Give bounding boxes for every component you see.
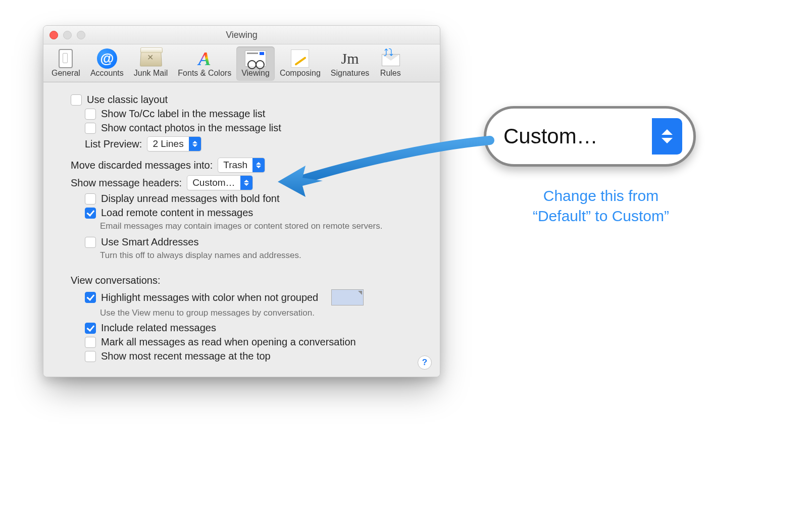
checkbox-include-related[interactable]: [85, 323, 96, 334]
checkbox-use-classic-layout[interactable]: [71, 94, 82, 106]
label-show-recent-top: Show most recent message at the top: [101, 350, 271, 362]
label-move-discarded: Move discarded messages into:: [71, 160, 213, 171]
annotation-text: Change this from “Default” to Custom”: [495, 186, 707, 226]
checkbox-show-recent-top[interactable]: [85, 351, 96, 362]
general-icon: [55, 48, 77, 69]
hint-highlight-color: Use the View menu to group messages by c…: [100, 308, 424, 318]
tab-composing[interactable]: Composing: [275, 46, 326, 81]
popup-value: 2 Lines: [147, 138, 188, 149]
popup-value: Trash: [218, 160, 252, 171]
row-show-to-cc: Show To/Cc label in the message list: [60, 108, 424, 120]
tab-fonts-colors[interactable]: A Fonts & Colors: [173, 46, 236, 81]
tab-label: Rules: [380, 69, 401, 78]
row-list-preview: List Preview: 2 Lines: [60, 136, 424, 151]
chevron-up-down-icon: [652, 118, 682, 155]
row-use-smart-addresses: Use Smart Addresses: [60, 236, 424, 248]
checkbox-mark-all-read[interactable]: [85, 337, 96, 348]
label-list-preview: List Preview:: [85, 138, 142, 150]
zoom-window-button[interactable]: [77, 31, 85, 39]
popup-show-message-headers[interactable]: Custom…: [187, 175, 252, 190]
section-view-conversations: View conversations:: [60, 275, 424, 286]
junk-mail-icon: [140, 48, 162, 69]
chevron-up-down-icon: [189, 137, 201, 151]
signatures-icon: Jm: [339, 48, 361, 69]
close-window-button[interactable]: [49, 31, 58, 39]
callout-value: Custom…: [503, 124, 652, 148]
label-use-smart-addresses: Use Smart Addresses: [101, 236, 198, 248]
help-button[interactable]: ?: [418, 355, 432, 370]
checkbox-show-contact-photos[interactable]: [85, 123, 96, 134]
row-highlight-color: Highlight messages with color when not g…: [60, 289, 424, 305]
color-well-highlight[interactable]: [331, 289, 364, 305]
tab-label: General: [52, 69, 80, 78]
row-show-message-headers: Show message headers: Custom…: [60, 175, 424, 190]
row-load-remote: Load remote content in messages: [60, 207, 424, 219]
checkbox-highlight-color[interactable]: [85, 292, 96, 303]
chevron-up-down-icon: [240, 176, 252, 190]
fonts-colors-icon: A: [193, 48, 216, 69]
label-display-unread-bold: Display unread messages with bold font: [101, 193, 280, 205]
popup-move-discarded[interactable]: Trash: [218, 158, 265, 173]
callout-zoom-popup: Custom…: [484, 106, 696, 167]
annotation-line1: Change this from: [495, 186, 707, 206]
rules-icon: ⤴︎⤵︎: [379, 48, 401, 69]
tab-signatures[interactable]: Jm Signatures: [326, 46, 375, 81]
chevron-up-down-icon: [252, 158, 265, 172]
row-display-unread-bold: Display unread messages with bold font: [60, 193, 424, 205]
mail-preferences-window: Viewing General @ Accounts Junk Mail A F…: [43, 25, 440, 377]
annotation-line2: “Default” to Custom”: [495, 206, 707, 226]
row-show-contact-photos: Show contact photos in the message list: [60, 122, 424, 134]
tab-label: Signatures: [331, 69, 370, 78]
label-show-to-cc: Show To/Cc label in the message list: [101, 108, 265, 120]
minimize-window-button[interactable]: [63, 31, 72, 39]
hint-use-smart-addresses: Turn this off to always display names an…: [100, 250, 424, 261]
tab-label: Composing: [280, 69, 321, 78]
window-titlebar: Viewing: [43, 26, 440, 44]
hint-load-remote: Email messages may contain images or con…: [100, 221, 424, 231]
label-use-classic-layout: Use classic layout: [87, 94, 168, 106]
checkbox-use-smart-addresses[interactable]: [85, 237, 96, 248]
window-controls: [49, 31, 85, 39]
checkbox-display-unread-bold[interactable]: [85, 193, 96, 205]
row-move-discarded: Move discarded messages into: Trash: [60, 158, 424, 173]
accounts-icon: @: [96, 48, 118, 69]
tab-rules[interactable]: ⤴︎⤵︎ Rules: [374, 46, 407, 81]
row-include-related: Include related messages: [60, 322, 424, 334]
window-title: Viewing: [226, 30, 258, 40]
tab-viewing[interactable]: Viewing: [236, 46, 275, 81]
preferences-toolbar: General @ Accounts Junk Mail A Fonts & C…: [43, 44, 440, 82]
viewing-icon: [244, 48, 267, 69]
row-mark-all-read: Mark all messages as read when opening a…: [60, 336, 424, 348]
label-show-contact-photos: Show contact photos in the message list: [101, 122, 281, 134]
row-show-recent-top: Show most recent message at the top: [60, 350, 424, 362]
label-include-related: Include related messages: [101, 322, 216, 334]
label-mark-all-read: Mark all messages as read when opening a…: [101, 336, 356, 348]
popup-list-preview[interactable]: 2 Lines: [147, 136, 201, 151]
tab-label: Fonts & Colors: [178, 69, 231, 78]
tab-accounts[interactable]: @ Accounts: [85, 46, 129, 81]
composing-icon: [289, 48, 311, 69]
label-show-message-headers: Show message headers:: [71, 177, 182, 189]
label-load-remote: Load remote content in messages: [101, 207, 253, 219]
popup-value: Custom…: [187, 177, 240, 188]
tab-general[interactable]: General: [46, 46, 85, 81]
preferences-body: Use classic layout Show To/Cc label in t…: [43, 82, 440, 377]
label-view-conversations: View conversations:: [71, 275, 161, 286]
checkbox-show-to-cc[interactable]: [85, 109, 96, 120]
tab-junk-mail[interactable]: Junk Mail: [129, 46, 173, 81]
checkbox-load-remote[interactable]: [85, 208, 96, 219]
tab-label: Accounts: [90, 69, 124, 78]
label-highlight-color: Highlight messages with color when not g…: [101, 292, 318, 303]
tab-label: Junk Mail: [134, 69, 168, 78]
tab-label: Viewing: [241, 69, 270, 78]
row-use-classic-layout: Use classic layout: [60, 94, 424, 106]
